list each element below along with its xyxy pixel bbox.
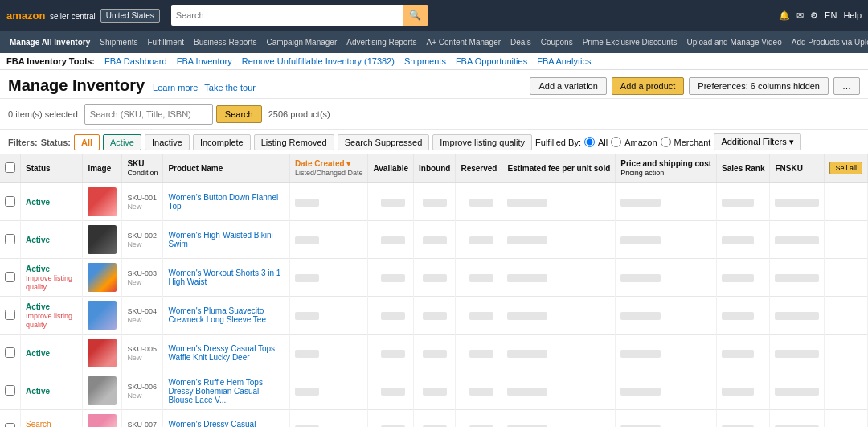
inventory-search-button[interactable]: Search <box>216 105 262 123</box>
nav-coupons[interactable]: Coupons <box>536 31 578 53</box>
row-checkbox[interactable] <box>0 183 21 221</box>
fulfillment-amazon-radio[interactable] <box>611 137 621 147</box>
filters-label: Filters: <box>8 138 38 147</box>
row-rank <box>717 259 770 297</box>
row-image <box>83 410 122 428</box>
help-label[interactable]: Help <box>843 10 862 20</box>
sell-all-header-button[interactable]: Sell all <box>829 162 862 174</box>
row-checkbox[interactable] <box>0 410 21 428</box>
row-name[interactable]: Women's Dressy Casual Tops Waffle Knit L… <box>163 335 289 372</box>
nav-add-products[interactable]: Add Products via Upload <box>787 31 868 53</box>
top-nav-icons: 🔔 ✉ ⚙ EN Help <box>779 10 862 21</box>
fba-opportunities-link[interactable]: FBA Opportunities <box>456 56 527 66</box>
row-checkbox[interactable] <box>0 221 21 259</box>
fulfillment-all-label: All <box>598 138 608 147</box>
additional-filters-button[interactable]: Additional Filters ▾ <box>714 133 800 150</box>
nav-advertising-reports[interactable]: Advertising Reports <box>342 31 421 53</box>
nav-campaign-manager[interactable]: Campaign Manager <box>261 31 342 53</box>
seller-central-label: seller central <box>50 12 96 21</box>
row-checkbox[interactable] <box>0 259 21 297</box>
filter-tab-improve-quality[interactable]: Improve listing quality <box>432 134 532 150</box>
row-status: Active <box>21 372 83 410</box>
row-price[interactable] <box>616 410 717 428</box>
row-reserved <box>456 372 502 410</box>
add-variation-button[interactable]: Add a variation <box>530 77 606 95</box>
th-date[interactable]: Date Created ▾Listed/Changed Date <box>289 154 368 183</box>
take-tour-link[interactable]: Take the tour <box>204 83 256 92</box>
row-sellall <box>825 221 868 259</box>
filter-tab-inactive[interactable]: Inactive <box>145 134 190 150</box>
fba-analytics-link[interactable]: FBA Analytics <box>537 56 591 66</box>
filter-tab-incomplete[interactable]: Incomplete <box>193 134 251 150</box>
select-all-checkbox[interactable] <box>5 162 15 173</box>
row-image <box>83 183 122 221</box>
th-price: Price and shipping costPricing action <box>616 154 717 183</box>
row-inbound <box>414 372 456 410</box>
fulfilled-by-label: Fulfilled By: <box>535 138 581 147</box>
nav-manage-inventory[interactable]: Manage All Inventory <box>5 31 95 53</box>
bell-icon[interactable]: 🔔 <box>779 10 790 21</box>
nav-content-manager[interactable]: A+ Content Manager <box>422 31 506 53</box>
th-select-all[interactable] <box>0 154 21 183</box>
row-name[interactable]: Women's Pluma Suavecito Crewneck Long Sl… <box>163 297 289 335</box>
row-price[interactable] <box>616 183 717 221</box>
inventory-search-input[interactable] <box>84 104 213 125</box>
fulfillment-merchant-radio[interactable] <box>661 137 671 147</box>
settings-icon[interactable]: ⚙ <box>810 10 818 21</box>
row-name[interactable]: Women's Button Down Flannel Top <box>163 183 289 221</box>
row-fnsku <box>770 335 825 372</box>
row-price[interactable] <box>616 297 717 335</box>
row-image <box>83 372 122 410</box>
row-fee <box>502 259 616 297</box>
nav-prime-exclusive[interactable]: Prime Exclusive Discounts <box>578 31 682 53</box>
row-fnsku <box>770 297 825 335</box>
filter-tab-active[interactable]: Active <box>103 134 141 150</box>
fulfillment-all-radio[interactable] <box>584 137 595 147</box>
nav-deals[interactable]: Deals <box>506 31 536 53</box>
row-date <box>289 221 368 259</box>
row-name[interactable]: Women's High-Waisted Bikini Swim <box>163 221 289 259</box>
row-price[interactable] <box>616 335 717 372</box>
row-fee <box>502 335 616 372</box>
row-name[interactable]: Women's Dressy Casual Blouses Business W… <box>163 410 289 428</box>
row-image <box>83 259 122 297</box>
search-input[interactable] <box>171 5 403 26</box>
more-options-button[interactable]: … <box>833 77 860 95</box>
row-name[interactable]: Women's Workout Shorts 3 in 1 High Waist <box>163 259 289 297</box>
fba-inventory-link[interactable]: FBA Inventory <box>177 56 232 66</box>
row-fnsku <box>770 372 825 410</box>
filter-tab-all[interactable]: All <box>74 134 100 150</box>
preferences-button[interactable]: Preferences: 6 columns hidden <box>689 77 829 95</box>
fba-dashboard-link[interactable]: FBA Dashboard <box>104 56 167 66</box>
row-sellall <box>825 297 868 335</box>
row-price[interactable] <box>616 259 717 297</box>
row-date <box>289 372 368 410</box>
fba-remove-unfulfillable-link[interactable]: Remove Unfulfillable Inventory (17382) <box>242 56 395 66</box>
filter-tab-listing-removed[interactable]: Listing Removed <box>254 134 334 150</box>
row-price[interactable] <box>616 372 717 410</box>
search-button[interactable]: 🔍 <box>403 5 428 26</box>
message-icon[interactable]: ✉ <box>796 10 804 21</box>
th-sellall[interactable]: Sell all <box>825 154 868 183</box>
row-fee <box>502 410 616 428</box>
row-name[interactable]: Women's Ruffle Hem Tops Dressy Bohemian … <box>163 372 289 410</box>
row-checkbox[interactable] <box>0 372 21 410</box>
add-product-button[interactable]: Add a product <box>612 77 685 95</box>
row-price[interactable] <box>616 221 717 259</box>
nav-business-reports[interactable]: Business Reports <box>189 31 261 53</box>
row-checkbox[interactable] <box>0 297 21 335</box>
nav-fulfillment[interactable]: Fulfillment <box>142 31 189 53</box>
row-checkbox[interactable] <box>0 335 21 372</box>
store-badge[interactable]: United States <box>100 9 160 23</box>
row-date <box>289 297 368 335</box>
fba-shipments-link[interactable]: Shipments <box>404 56 446 66</box>
row-date <box>289 335 368 372</box>
filter-tab-search-suppressed[interactable]: Search Suppressed <box>338 134 430 150</box>
nav-shipments[interactable]: Shipments <box>95 31 142 53</box>
learn-more-link[interactable]: Learn more <box>153 83 198 92</box>
row-reserved <box>456 410 502 428</box>
nav-upload-video[interactable]: Upload and Manage Video <box>682 31 787 53</box>
table-body: Active SKU-001New Women's Button Down Fl… <box>0 183 868 427</box>
language-label[interactable]: EN <box>825 10 837 20</box>
row-inbound <box>414 335 456 372</box>
